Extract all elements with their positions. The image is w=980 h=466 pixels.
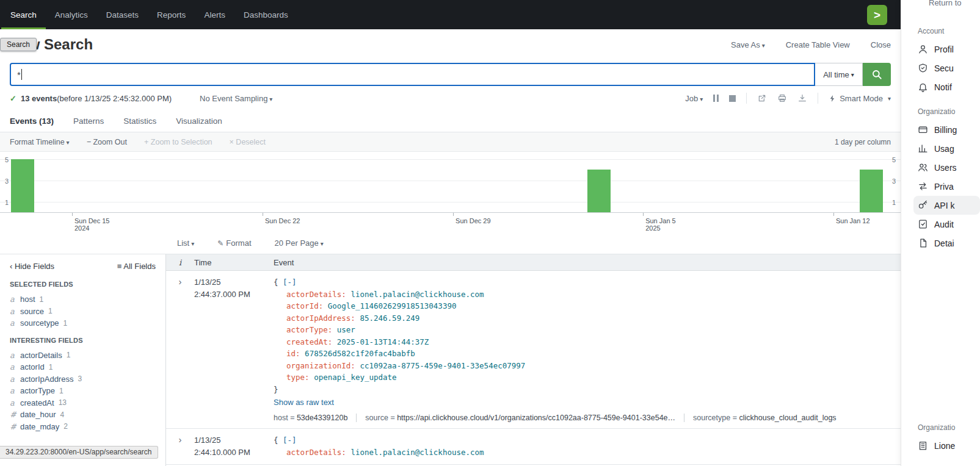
json-key[interactable]: organizationId: bbox=[286, 361, 355, 370]
stop-icon[interactable] bbox=[729, 95, 736, 102]
settings-item-security[interactable]: Secu bbox=[901, 59, 980, 77]
tab-patterns[interactable]: Patterns bbox=[73, 116, 104, 132]
show-raw-link[interactable]: Show as raw text bbox=[274, 398, 334, 407]
close-button[interactable]: Close bbox=[871, 40, 891, 49]
zoom-to-selection-button[interactable]: + Zoom to Selection bbox=[144, 138, 212, 146]
zoom-out-button[interactable]: − Zoom Out bbox=[87, 138, 127, 146]
timeline-bar[interactable] bbox=[587, 170, 611, 212]
meta-field-source[interactable]: source = https://api.clickhouse.cloud/v1… bbox=[365, 414, 675, 422]
json-key[interactable]: actorId: bbox=[286, 301, 323, 310]
search-button[interactable] bbox=[863, 63, 891, 86]
settings-item-organization[interactable]: Lione bbox=[901, 436, 980, 455]
field-item[interactable]: aactorIpAddress3 bbox=[10, 373, 156, 385]
field-name[interactable]: actorId bbox=[20, 362, 45, 371]
nav-item-analytics[interactable]: Analytics bbox=[46, 0, 97, 29]
json-key[interactable]: actorType: bbox=[286, 325, 332, 334]
deselect-button[interactable]: × Deselect bbox=[230, 138, 266, 146]
field-name[interactable]: sourcetype bbox=[20, 318, 59, 328]
format-button[interactable]: ✎Format bbox=[217, 238, 251, 248]
field-item[interactable]: asourcetype1 bbox=[10, 317, 156, 329]
json-key[interactable]: actorDetails: bbox=[286, 290, 346, 299]
all-fields-button[interactable]: ≡ All Fields bbox=[117, 262, 156, 271]
json-value[interactable]: cc1092aa-8775-459e-9401-33e54ec07997 bbox=[360, 361, 525, 370]
return-to-link[interactable]: Return to bbox=[929, 0, 961, 7]
settings-item-usage[interactable]: Usag bbox=[901, 139, 980, 158]
json-value[interactable]: lionel.palacin@clickhouse.com bbox=[350, 290, 484, 299]
list-view-dropdown[interactable]: List▾ bbox=[177, 238, 194, 248]
field-name[interactable]: source bbox=[20, 307, 44, 316]
settings-item-private[interactable]: Priva bbox=[901, 177, 980, 196]
field-name[interactable]: actorDetails bbox=[20, 351, 62, 360]
hide-fields-button[interactable]: ‹ Hide Fields bbox=[10, 262, 54, 271]
field-name[interactable]: actorIpAddress bbox=[20, 375, 73, 384]
field-item[interactable]: acreatedAt13 bbox=[10, 397, 156, 409]
json-key[interactable]: createdAt: bbox=[286, 337, 332, 346]
json-collapse-toggle[interactable]: [-] bbox=[283, 436, 297, 445]
nav-item-datasets[interactable]: Datasets bbox=[97, 0, 148, 29]
settings-item-details[interactable]: Detai bbox=[901, 234, 980, 253]
private-icon bbox=[918, 181, 928, 192]
search-mode-dropdown[interactable]: Smart Mode▾ bbox=[829, 94, 891, 103]
tab-statistics[interactable]: Statistics bbox=[123, 116, 156, 132]
json-value[interactable]: 678526d582c1f20fac4babfb bbox=[305, 349, 415, 358]
settings-item-profile[interactable]: Profil bbox=[901, 40, 980, 59]
settings-item-billing[interactable]: Billing bbox=[901, 120, 980, 139]
meta-field-host[interactable]: host = 53de4339120b bbox=[274, 414, 347, 422]
json-key[interactable]: actorIpAddress: bbox=[286, 314, 355, 323]
share-icon[interactable] bbox=[757, 93, 767, 103]
settings-item-audit[interactable]: Audit bbox=[901, 215, 980, 234]
json-key[interactable]: actorDetails: bbox=[286, 448, 346, 457]
events-table: i Time Event ›1/13/252:44:37.000 PM{ [-]… bbox=[166, 254, 901, 466]
field-item[interactable]: aactorId1 bbox=[10, 361, 156, 373]
time-range-picker[interactable]: All time▾ bbox=[815, 63, 863, 86]
json-value[interactable]: openapi_key_update bbox=[314, 373, 396, 382]
json-collapse-toggle[interactable]: [-] bbox=[283, 278, 297, 287]
event-expander-icon[interactable]: › bbox=[166, 276, 194, 422]
json-value[interactable]: user bbox=[337, 325, 355, 334]
settings-section-label: Organizatio bbox=[918, 107, 980, 116]
event-expander-icon[interactable]: › bbox=[166, 434, 194, 458]
chevron-down-icon: ▾ bbox=[762, 42, 765, 49]
settings-item-api-key[interactable]: API k bbox=[913, 196, 980, 215]
json-value[interactable]: lionel.palacin@clickhouse.com bbox=[350, 448, 484, 457]
field-name[interactable]: createdAt bbox=[20, 398, 54, 407]
download-icon[interactable] bbox=[797, 93, 807, 103]
field-item[interactable]: aactorDetails1 bbox=[10, 349, 156, 362]
field-name[interactable]: date_hour bbox=[20, 410, 56, 419]
job-menu[interactable]: Job▾ bbox=[685, 94, 703, 103]
pause-icon[interactable] bbox=[713, 95, 719, 102]
json-value[interactable]: 2025-01-13T14:44:37Z bbox=[337, 337, 429, 346]
nav-item-search[interactable]: Search bbox=[1, 0, 46, 29]
field-item[interactable]: ahost1 bbox=[10, 293, 156, 306]
settings-item-notifications[interactable]: Notif bbox=[901, 77, 980, 96]
meta-equals: = bbox=[733, 414, 737, 422]
create-table-view-button[interactable]: Create Table View bbox=[786, 40, 850, 49]
save-as-button[interactable]: Save As▾ bbox=[731, 40, 765, 49]
settings-item-users[interactable]: Users bbox=[901, 158, 980, 177]
splunk-logo[interactable]: > bbox=[867, 5, 887, 25]
per-page-dropdown[interactable]: 20 Per Page▾ bbox=[275, 238, 324, 248]
nav-item-dashboards[interactable]: Dashboards bbox=[234, 0, 297, 29]
event-sampling-dropdown[interactable]: No Event Sampling▾ bbox=[200, 94, 272, 103]
nav-item-alerts[interactable]: Alerts bbox=[195, 0, 234, 29]
json-value[interactable]: Google_114602629918513043390 bbox=[328, 301, 457, 310]
format-timeline-dropdown[interactable]: Format Timeline▾ bbox=[10, 138, 70, 146]
field-name[interactable]: actorType bbox=[20, 386, 55, 395]
timeline-bar[interactable] bbox=[860, 170, 883, 212]
timeline-bar[interactable] bbox=[11, 159, 34, 213]
field-item[interactable]: asource1 bbox=[10, 306, 156, 318]
tab-events[interactable]: Events (13) bbox=[10, 116, 54, 132]
json-key[interactable]: id: bbox=[286, 349, 300, 358]
field-item[interactable]: aactorType1 bbox=[10, 385, 156, 397]
field-item[interactable]: #date_hour4 bbox=[10, 409, 156, 421]
json-key[interactable]: type: bbox=[286, 373, 310, 382]
meta-field-sourcetype[interactable]: sourcetype = clickhouse_cloud_audit_logs bbox=[693, 414, 837, 422]
tab-visualization[interactable]: Visualization bbox=[176, 116, 222, 132]
print-icon[interactable] bbox=[777, 93, 787, 103]
json-value[interactable]: 85.246.59.249 bbox=[360, 314, 419, 323]
field-name[interactable]: date_mday bbox=[20, 422, 59, 431]
search-input[interactable]: * bbox=[10, 63, 815, 86]
field-item[interactable]: #date_mday2 bbox=[10, 421, 156, 433]
nav-item-reports[interactable]: Reports bbox=[148, 0, 195, 29]
field-name[interactable]: host bbox=[20, 295, 35, 304]
